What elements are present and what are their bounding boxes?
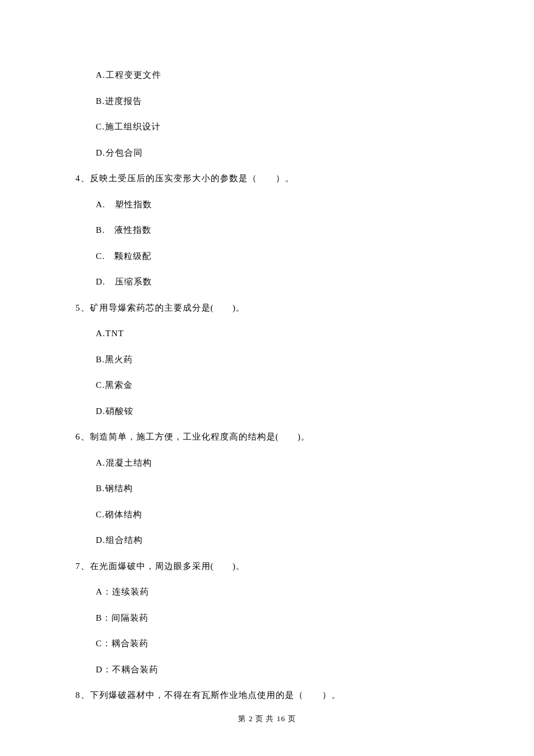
q5-option-d: D.硝酸铵 [75,405,459,418]
q6-option-d: D.组合结构 [75,534,459,547]
q5-stem: 5、矿用导爆索药芯的主要成分是( )。 [75,301,459,315]
q7-option-b: B：间隔装药 [75,611,459,625]
q8-stem: 8、下列爆破器材中，不得在有瓦斯作业地点使用的是（ ）。 [75,689,459,702]
q4-option-a: A. 塑性指数 [75,198,459,211]
q6-option-a: A.混凝土结构 [75,456,459,470]
q5-option-b: B.黑火药 [75,353,459,366]
q7-option-a: A：连续装药 [75,585,459,599]
q4-stem: 4、反映土受压后的压实变形大小的参数是（ ）。 [75,172,459,185]
q5-option-a: A.TNT [75,327,459,340]
q3-option-a: A.工程变更文件 [75,69,459,82]
q6-stem: 6、制造简单，施工方便，工业化程度高的结构是( )。 [75,430,459,444]
q7-option-c: C：耦合装药 [75,637,459,650]
q4-option-d: D. 压缩系数 [75,275,459,289]
q3-option-d: D.分包合同 [75,146,459,160]
q7-stem: 7、在光面爆破中，周边眼多采用( )。 [75,560,459,573]
page-footer: 第 2 页 共 16 页 [0,714,534,724]
q6-option-b: B.钢结构 [75,482,459,495]
q7-option-d: D：不耦合装药 [75,663,459,676]
q3-option-c: C.施工组织设计 [75,120,459,134]
q5-option-c: C.黑索金 [75,379,459,392]
q6-option-c: C.砌体结构 [75,508,459,521]
document-body: A.工程变更文件 B.进度报告 C.施工组织设计 D.分包合同 4、反映土受压后… [0,0,534,702]
q3-option-b: B.进度报告 [75,95,459,108]
q4-option-b: B. 液性指数 [75,224,459,237]
q4-option-c: C. 颗粒级配 [75,250,459,263]
